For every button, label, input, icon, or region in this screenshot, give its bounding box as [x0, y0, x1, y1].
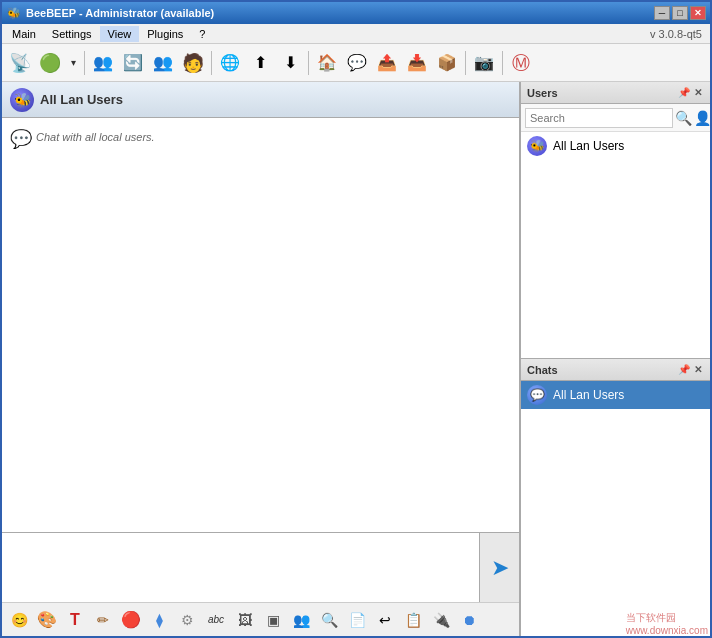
users-panel-pin[interactable]: 📌 [676, 87, 692, 98]
filter-icon[interactable]: ⧫ [146, 607, 172, 633]
network2-icon[interactable]: 🌐 [216, 49, 244, 77]
input-area: ➤ [2, 532, 519, 602]
chats-panel-close[interactable]: ✕ [692, 364, 704, 375]
maximize-button[interactable]: □ [672, 6, 688, 20]
home-icon[interactable]: 🏠 [313, 49, 341, 77]
title-bar: 🐝 BeeBEEP - Administrator (available) ─ … [2, 2, 710, 24]
menu-settings[interactable]: Settings [44, 26, 100, 42]
menu-view[interactable]: View [100, 26, 140, 42]
search-icon: 🔍 [675, 110, 692, 126]
group-icon[interactable]: 👥 [149, 49, 177, 77]
camera-icon[interactable]: 📷 [470, 49, 498, 77]
toolbar-sep-2 [211, 51, 212, 75]
toolbar-sep-4 [465, 51, 466, 75]
dropdown-btn[interactable]: ▾ [66, 49, 80, 77]
left-panel: 🐝 All Lan Users 💬 Chat with all local us… [2, 82, 520, 636]
connect-icon[interactable]: 🟢 [36, 49, 64, 77]
search2-icon[interactable]: 🔍 [316, 607, 342, 633]
users-panel-close[interactable]: ✕ [692, 87, 704, 98]
chat-icon[interactable]: 💬 [343, 49, 371, 77]
network-icon[interactable]: 📡 [6, 49, 34, 77]
notes-icon[interactable]: 📋 [400, 607, 426, 633]
chats-panel: Chats 📌 ✕ 💬 All Lan Users [520, 359, 710, 636]
app-window: 🐝 BeeBEEP - Administrator (available) ─ … [0, 0, 712, 638]
title-text: BeeBEEP - Administrator (available) [26, 7, 654, 19]
box-icon[interactable]: 📦 [433, 49, 461, 77]
spellcheck-icon[interactable]: abc [202, 607, 230, 633]
plugin-icon[interactable]: 🔌 [428, 607, 454, 633]
menu-bar: Main Settings View Plugins ? v 3.0.8-qt5 [2, 24, 710, 44]
watermark: 当下软件园www.downxia.com [626, 611, 708, 636]
menu-help[interactable]: ? [191, 26, 213, 42]
users-panel-header: Users 📌 ✕ [521, 82, 710, 104]
toolbar-sep-5 [502, 51, 503, 75]
chat-hint-text: Chat with all local users. [36, 131, 155, 143]
content-area: 🐝 All Lan Users 💬 Chat with all local us… [2, 82, 710, 636]
font-icon[interactable]: T [62, 607, 88, 633]
menu-main[interactable]: Main [4, 26, 44, 42]
color-icon[interactable]: 🎨 [34, 607, 60, 633]
minimize-button[interactable]: ─ [654, 6, 670, 20]
chats-panel-pin[interactable]: 📌 [676, 364, 692, 375]
chats-list: 💬 All Lan Users [521, 381, 710, 636]
receive-icon[interactable]: 📥 [403, 49, 431, 77]
toolbar-sep-1 [84, 51, 85, 75]
chats-panel-header: Chats 📌 ✕ [521, 359, 710, 381]
panel-icon[interactable]: ▣ [260, 607, 286, 633]
message-input[interactable] [2, 533, 479, 602]
chats-panel-title: Chats [527, 364, 676, 376]
right-panels: Users 📌 ✕ 🔍 👤 🐝 All Lan Users [520, 82, 710, 636]
refresh-icon[interactable]: 🔄 [119, 49, 147, 77]
version-label: v 3.0.8-qt5 [650, 28, 708, 40]
chat-avatar: 💬 [527, 385, 547, 405]
chat-header: 🐝 All Lan Users [2, 82, 519, 118]
send-button[interactable]: ➤ [479, 533, 519, 602]
download-icon[interactable]: ⬇ [276, 49, 304, 77]
menu-plugins[interactable]: Plugins [139, 26, 191, 42]
users-icon[interactable]: 👥 [89, 49, 117, 77]
forward-icon[interactable]: ↩ [372, 607, 398, 633]
chat-title: All Lan Users [40, 92, 123, 107]
record-icon[interactable]: ⏺ [456, 607, 482, 633]
users-search-bar: 🔍 👤 [521, 104, 710, 132]
toolbar-sep-3 [308, 51, 309, 75]
toolbar: 📡 🟢 ▾ 👥 🔄 👥 🧑 🌐 ⬆ ⬇ 🏠 💬 📤 📥 📦 📷 Ⓜ [2, 44, 710, 82]
bottom-toolbar: 😊 🎨 T ✏ 🔴 ⧫ ⚙ abc 🖼 ▣ 👥 🔍 📄 ↩ 📋 🔌 ⏺ [2, 602, 519, 636]
emoji-icon[interactable]: 😊 [6, 607, 32, 633]
chat-header-avatar: 🐝 [10, 88, 34, 112]
add-user-icon[interactable]: 🧑 [179, 49, 207, 77]
users-list: 🐝 All Lan Users [521, 132, 710, 358]
settings-icon[interactable]: ⚙ [174, 607, 200, 633]
document-icon[interactable]: 📄 [344, 607, 370, 633]
close-button[interactable]: ✕ [690, 6, 706, 20]
title-controls: ─ □ ✕ [654, 6, 706, 20]
user-name: All Lan Users [553, 139, 624, 153]
chat-name: All Lan Users [553, 388, 624, 402]
send-icon: ➤ [491, 555, 509, 581]
chat-item[interactable]: 💬 All Lan Users [521, 381, 710, 409]
image-icon[interactable]: 🖼 [232, 607, 258, 633]
send-file-icon[interactable]: 📤 [373, 49, 401, 77]
group2-icon[interactable]: 👥 [288, 607, 314, 633]
add-user-small-icon[interactable]: 👤 [694, 110, 710, 126]
eraser-icon[interactable]: 🔴 [118, 607, 144, 633]
user-avatar: 🐝 [527, 136, 547, 156]
user-item[interactable]: 🐝 All Lan Users [521, 132, 710, 160]
format-icon[interactable]: ✏ [90, 607, 116, 633]
search-input[interactable] [525, 108, 673, 128]
upload-icon[interactable]: ⬆ [246, 49, 274, 77]
chat-area: 💬 Chat with all local users. [2, 118, 519, 532]
users-panel: Users 📌 ✕ 🔍 👤 🐝 All Lan Users [520, 82, 710, 359]
users-panel-title: Users [527, 87, 676, 99]
title-icon: 🐝 [6, 5, 22, 21]
m-icon[interactable]: Ⓜ [507, 49, 535, 77]
